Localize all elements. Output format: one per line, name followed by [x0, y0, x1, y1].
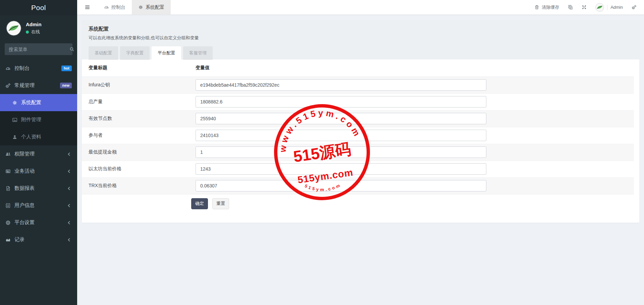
- newspaper-icon: [5, 169, 11, 174]
- fullscreen-icon[interactable]: [582, 5, 587, 10]
- table-row: TRX当前价格: [82, 177, 634, 194]
- chevron-left-icon: [66, 151, 72, 157]
- config-tab-1[interactable]: 字典配置: [120, 46, 150, 60]
- config-tabs: 基础配置字典配置平台配置客服管理: [89, 46, 633, 60]
- config-row-label: 最低提现金额: [82, 144, 189, 161]
- chevron-left-icon: [66, 237, 72, 243]
- sidebar-item-7[interactable]: 数据报表: [0, 180, 77, 197]
- topbar-tab-label: 系统配置: [146, 4, 164, 10]
- user-status-label: 在线: [31, 29, 40, 35]
- sidebar-item-0[interactable]: 控制台hot: [0, 60, 77, 77]
- table-row: 以太坊当前价格: [82, 161, 634, 177]
- sidebar-item-2[interactable]: 系统配置: [0, 94, 77, 111]
- config-input-4[interactable]: [196, 146, 486, 158]
- user-icon: [12, 134, 17, 140]
- bullseye-icon: [5, 220, 11, 225]
- table-row: 参与者: [82, 127, 634, 144]
- settings-cogs-icon[interactable]: [632, 5, 637, 10]
- chevron-left-icon: [66, 169, 72, 174]
- config-row-value-cell: [189, 77, 634, 93]
- sidebar-item-6[interactable]: 业务活动: [0, 163, 77, 180]
- config-row-value-cell: [189, 161, 634, 177]
- config-input-2[interactable]: [196, 113, 486, 124]
- image-icon: [12, 117, 17, 123]
- config-table: 变量标题 变量值 Infura公钥总产量有效节点数参与者最低提现金额以太坊当前价…: [82, 59, 634, 194]
- app-logo: Pool: [0, 0, 77, 15]
- column-header-value: 变量值: [189, 59, 634, 77]
- config-row-value-cell: [189, 93, 634, 110]
- report-icon: [5, 186, 11, 191]
- table-header-row: 变量标题 变量值: [82, 59, 634, 77]
- topbar-tab-0[interactable]: 控制台: [98, 0, 132, 14]
- chevron-left-icon: [66, 203, 72, 208]
- sidebar-item-5[interactable]: 权限管理: [0, 145, 77, 163]
- config-tab-3[interactable]: 客服管理: [183, 46, 213, 60]
- user-avatar-small: [595, 3, 604, 12]
- config-row-value-cell: [189, 127, 634, 144]
- gear-icon: [12, 100, 17, 105]
- sidebar-item-label: 记录: [14, 236, 24, 243]
- config-input-3[interactable]: [196, 130, 486, 141]
- sidebar-item-3[interactable]: 附件管理: [0, 111, 77, 128]
- search-icon: [69, 47, 74, 52]
- topbar-actions: 清除缓存 Admin: [534, 0, 644, 14]
- address-book-icon: [5, 203, 11, 208]
- sidebar-item-1[interactable]: 常规管理new: [0, 77, 77, 94]
- user-panel: Admin 在线: [0, 15, 77, 40]
- sidebar-item-label: 个人资料: [21, 134, 41, 140]
- sidebar-item-label: 权限管理: [14, 151, 35, 157]
- config-panel: 系统配置 可以在此增改系统的变量和分组,也可以自定义分组和变量 基础配置字典配置…: [82, 20, 639, 223]
- clear-cache-button[interactable]: 清除缓存: [534, 4, 559, 10]
- badge-new: new: [60, 83, 72, 88]
- table-row: 最低提现金额: [82, 144, 634, 161]
- config-input-1[interactable]: [196, 96, 486, 107]
- user-meta: Admin 在线: [26, 21, 42, 35]
- topbar: 控制台系统配置 清除缓存 Admin: [77, 0, 644, 15]
- form-actions: 确定 重置: [82, 194, 634, 209]
- user-menu[interactable]: Admin: [595, 3, 623, 12]
- config-tab-2[interactable]: 平台配置: [152, 46, 181, 60]
- sidebar-item-8[interactable]: 用户信息: [0, 197, 77, 214]
- sidebar-item-label: 系统配置: [21, 99, 41, 106]
- config-row-label: 有效节点数: [82, 110, 189, 127]
- sidebar-item-10[interactable]: 记录: [0, 231, 77, 248]
- translate-icon[interactable]: [568, 5, 573, 10]
- sidebar-item-4[interactable]: 个人资料: [0, 128, 77, 145]
- chevron-left-icon: [66, 186, 72, 191]
- main-content: 系统配置 可以在此增改系统的变量和分组,也可以自定义分组和变量 基础配置字典配置…: [77, 15, 644, 305]
- users-icon: [5, 151, 11, 157]
- sidebar-item-label: 附件管理: [21, 117, 41, 123]
- reset-button[interactable]: 重置: [212, 198, 229, 209]
- user-avatar: [6, 20, 21, 36]
- dashboard-icon: [104, 5, 109, 10]
- sidebar-item-9[interactable]: 平台设置: [0, 214, 77, 231]
- menu-toggle-icon[interactable]: [85, 4, 90, 10]
- config-row-label: TRX当前价格: [82, 177, 189, 194]
- table-row: Infura公钥: [82, 77, 634, 93]
- topbar-tabs: 控制台系统配置: [98, 0, 171, 14]
- trash-icon: [534, 5, 539, 10]
- submit-button[interactable]: 确定: [191, 198, 208, 209]
- search-input[interactable]: [9, 47, 69, 52]
- config-row-label: 参与者: [82, 127, 189, 144]
- sidebar-item-label: 业务活动: [14, 168, 35, 174]
- topbar-tab-1[interactable]: 系统配置: [132, 0, 171, 14]
- online-dot: [26, 31, 29, 34]
- config-input-0[interactable]: [196, 79, 486, 91]
- config-input-5[interactable]: [196, 163, 486, 175]
- gear-icon: [138, 5, 143, 10]
- table-row: 有效节点数: [82, 110, 634, 127]
- dashboard-icon: [5, 66, 11, 71]
- sidebar-item-label: 平台设置: [14, 219, 35, 226]
- config-tab-0[interactable]: 基础配置: [89, 46, 118, 60]
- sidebar-item-label: 常规管理: [14, 82, 35, 89]
- divider: [607, 5, 607, 10]
- clear-cache-label: 清除缓存: [542, 4, 559, 10]
- config-row-value-cell: [189, 110, 634, 127]
- user-name: Admin: [26, 21, 42, 27]
- panel-heading: 系统配置 可以在此增改系统的变量和分组,也可以自定义分组和变量 基础配置字典配置…: [82, 20, 639, 59]
- config-input-6[interactable]: [196, 180, 486, 191]
- sidebar-item-label: 数据报表: [14, 185, 35, 191]
- panel-title: 系统配置: [89, 26, 633, 32]
- sidebar: Pool Admin 在线 控制台hot常规管理new系统配置附件管理个人资料权…: [0, 0, 77, 305]
